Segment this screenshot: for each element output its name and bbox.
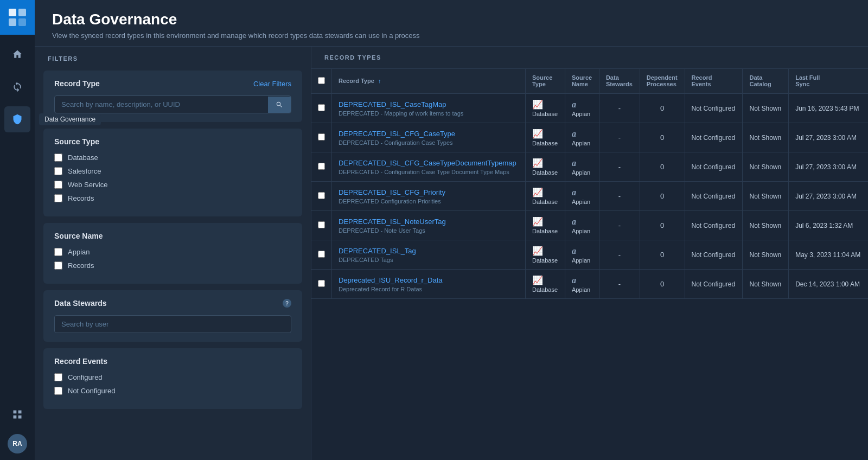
record-events-checkbox[interactable] [54,387,62,395]
row-select-checkbox[interactable] [318,163,325,170]
source-name-filter-section: Source Name AppianRecords [43,223,302,284]
record-events-option-configured[interactable]: Configured [54,373,291,381]
row-data-catalog: Not Shown [743,123,789,152]
svg-rect-2 [9,18,16,26]
row-select-checkbox[interactable] [318,192,325,199]
record-desc: DEPRECATED Tags [339,257,519,263]
row-dependent-processes: 0 [640,93,685,123]
source-type-option-web-service[interactable]: Web Service [54,181,291,189]
record-events-option-not-configured[interactable]: Not Configured [54,387,291,395]
table-header-row: Record Type ↑ SourceType SourceName Data… [311,69,868,93]
sidebar-sync-icon[interactable] [4,74,30,100]
app-logo[interactable] [0,0,35,35]
sidebar: Data Governance RA [0,0,35,460]
row-select-checkbox[interactable] [318,251,325,258]
row-checkbox-cell[interactable] [311,123,332,152]
row-data-stewards: - [599,182,640,211]
row-data-stewards: - [599,270,640,299]
record-type-search-input[interactable] [55,96,268,113]
row-select-checkbox[interactable] [318,104,325,111]
row-source-name: a Appian [565,182,599,211]
record-events-checkbox[interactable] [54,373,62,381]
record-type-filter-title: Record Type [54,79,100,88]
record-type-search-button[interactable] [268,97,291,113]
row-checkbox-cell[interactable] [311,270,332,299]
row-source-name: a Appian [565,240,599,270]
row-record-events: Not Configured [685,123,743,152]
record-name-link[interactable]: DEPRECATED_ISL_NoteUserTag [339,218,519,226]
source-type-checkbox[interactable] [54,167,62,175]
source-name-option-appian[interactable]: Appian [54,248,291,256]
row-select-checkbox[interactable] [318,221,325,228]
record-name-link[interactable]: DEPRECATED_ISL_CFG_Priority [339,188,519,196]
data-stewards-search-input[interactable] [54,315,291,333]
record-desc: DEPRECATED - Mapping of work items to ta… [339,110,519,117]
col-record-type[interactable]: Record Type ↑ [332,69,526,93]
table-row: Deprecated_ISU_Record_r_Data Deprecated … [311,270,868,299]
source-type-filter-section: Source Type DatabaseSalesforceWeb Servic… [43,129,302,216]
source-name-checkbox[interactable] [54,261,62,270]
row-dependent-processes: 0 [640,240,685,270]
record-type-filter-section: Record Type Clear Filters [43,71,302,122]
record-type-search-box [54,95,291,113]
source-type-option-records[interactable]: Records [54,194,291,202]
source-name-filter-title: Source Name [54,232,103,240]
record-name-link[interactable]: DEPRECATED_ISL_CFG_CaseType [339,130,519,138]
database-icon: 📈 [532,246,543,255]
row-checkbox-cell[interactable] [311,152,332,182]
row-data-catalog: Not Shown [743,270,789,299]
row-record-events: Not Configured [685,240,743,270]
header-select-all[interactable] [311,69,332,93]
row-source-type: 📈 Database [525,123,565,152]
data-stewards-help-icon[interactable]: ? [283,299,291,308]
row-record-events: Not Configured [685,93,743,123]
sidebar-grid-icon[interactable] [4,401,30,427]
row-data-stewards: - [599,123,640,152]
row-record-events: Not Configured [685,182,743,211]
appian-source-icon: a [572,217,576,226]
source-type-filter-title: Source Type [54,137,99,146]
col-dependent-processes: DependentProcesses [640,69,685,93]
row-checkbox-cell[interactable] [311,240,332,270]
row-select-checkbox[interactable] [318,280,325,287]
record-name-link[interactable]: DEPRECATED_ISL_Tag [339,247,519,255]
record-events-filter-section: Record Events ConfiguredNot Configured [43,348,302,409]
row-select-checkbox[interactable] [318,133,325,140]
clear-filters-button[interactable]: Clear Filters [253,80,291,88]
row-checkbox-cell[interactable] [311,182,332,211]
row-record-type: DEPRECATED_ISL_CFG_CaseType DEPRECATED -… [332,123,526,152]
user-avatar[interactable]: RA [8,434,27,453]
select-all-checkbox[interactable] [318,77,325,84]
appian-source-icon: a [572,129,576,138]
row-checkbox-cell[interactable] [311,93,332,123]
sidebar-governance-icon[interactable]: Data Governance [4,106,30,132]
record-name-link[interactable]: DEPRECATED_ISL_CaseTagMap [339,100,519,108]
record-types-table: Record Type ↑ SourceType SourceName Data… [311,69,868,299]
row-last-sync: Jul 27, 2023 3:00 AM [789,182,868,211]
source-name-option-records[interactable]: Records [54,261,291,270]
record-name-link[interactable]: DEPRECATED_ISL_CFG_CaseTypeDocumentTypem… [339,159,519,167]
row-last-sync: Jul 27, 2023 3:00 AM [789,152,868,182]
source-type-checkbox[interactable] [54,181,62,189]
row-source-name: a Appian [565,152,599,182]
sidebar-home-icon[interactable] [4,41,30,67]
row-data-stewards: - [599,211,640,240]
row-data-stewards: - [599,93,640,123]
source-name-checkbox[interactable] [54,248,62,256]
row-checkbox-cell[interactable] [311,211,332,240]
row-record-type: DEPRECATED_ISL_Tag DEPRECATED Tags [332,240,526,270]
row-source-name: a Appian [565,211,599,240]
row-data-catalog: Not Shown [743,182,789,211]
source-type-option-salesforce[interactable]: Salesforce [54,167,291,175]
svg-rect-1 [18,9,26,16]
page-header: Data Governance View the synced record t… [35,0,868,47]
svg-rect-0 [9,9,16,16]
row-source-type: 📈 Database [525,270,565,299]
source-type-option-database[interactable]: Database [54,154,291,162]
row-dependent-processes: 0 [640,211,685,240]
row-data-catalog: Not Shown [743,211,789,240]
record-name-link[interactable]: Deprecated_ISU_Record_r_Data [339,276,519,284]
appian-source-icon: a [572,100,576,109]
source-type-checkbox[interactable] [54,194,62,202]
source-type-checkbox[interactable] [54,154,62,162]
